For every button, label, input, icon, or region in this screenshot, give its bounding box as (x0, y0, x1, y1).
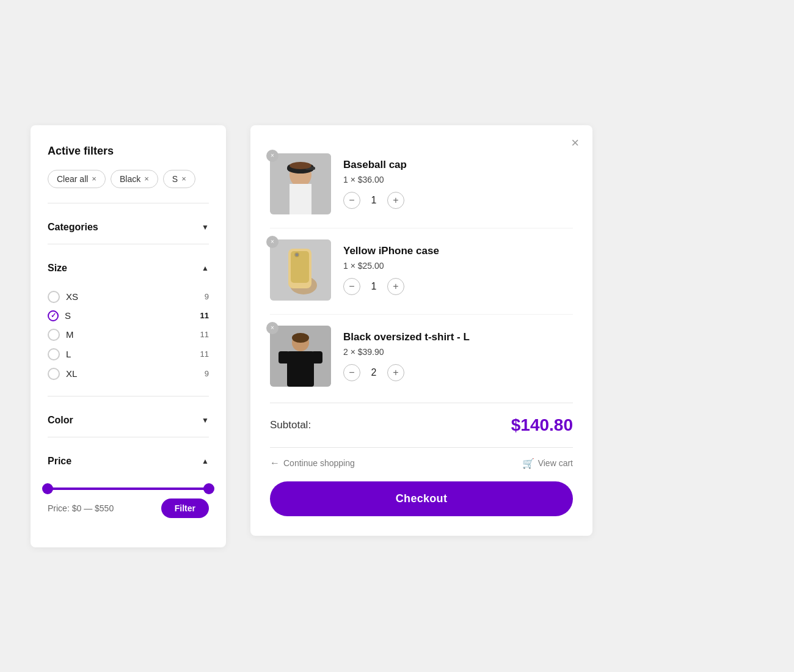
item-details-2: Yellow iPhone case 1 × $25.00 − 1 + (343, 239, 573, 301)
size-count-xl: 9 (205, 369, 209, 378)
view-cart-button[interactable]: 🛒 View cart (522, 458, 573, 469)
qty-increase-1[interactable]: + (387, 192, 404, 209)
clear-all-label: Clear all (57, 174, 88, 184)
size-section-header[interactable]: Size ▲ (48, 254, 209, 282)
color-title: Color (48, 415, 73, 426)
divider-3 (48, 396, 209, 396)
divider-2 (48, 244, 209, 244)
item-price-1: 1 × $36.00 (343, 175, 573, 184)
item-remove-2[interactable]: × (266, 236, 279, 248)
radio-l[interactable] (48, 348, 60, 360)
view-cart-label: View cart (538, 458, 573, 468)
svg-rect-17 (311, 351, 322, 363)
price-section: Price: $0 — $550 Filter (48, 488, 209, 528)
size-option-l: L 11 (48, 345, 209, 364)
clear-all-tag[interactable]: Clear all × (48, 170, 106, 188)
size-count-l: 11 (200, 349, 209, 359)
page-wrapper: Active filters Clear all × Black × S × C… (31, 125, 763, 547)
size-label-xs: XS (66, 291, 78, 302)
item-name-2: Yellow iPhone case (343, 245, 573, 257)
svg-rect-10 (291, 251, 309, 283)
item-price-2: 1 × $25.00 (343, 261, 573, 271)
size-label-s: S (65, 310, 71, 321)
cart-items-divider (270, 403, 573, 403)
filter-panel: Active filters Clear all × Black × S × C… (31, 125, 226, 547)
qty-value-1: 1 (369, 195, 379, 206)
qty-decrease-1[interactable]: − (343, 192, 360, 209)
qty-decrease-2[interactable]: − (343, 278, 360, 295)
qty-control-1: − 1 + (343, 192, 573, 209)
size-label-m: M (66, 329, 74, 340)
categories-section-header[interactable]: Categories ▼ (48, 213, 209, 241)
qty-control-3: − 2 + (343, 364, 573, 381)
price-title: Price (48, 456, 71, 467)
cart-item-baseball-cap: × Baseba (270, 142, 573, 225)
iphone-case-image (270, 239, 331, 301)
item-remove-3[interactable]: × (266, 322, 279, 334)
price-range-label: Price: $0 — $550 (48, 503, 114, 513)
check-mark-s: ✓ (51, 312, 56, 320)
price-slider-thumb-left[interactable] (42, 483, 53, 494)
qty-control-2: − 1 + (343, 278, 573, 295)
radio-xs[interactable] (48, 291, 60, 303)
color-section-header[interactable]: Color ▼ (48, 406, 209, 434)
size-label-xl: XL (66, 368, 77, 379)
size-s-label: S (172, 174, 178, 184)
cart-actions-divider (270, 447, 573, 448)
item-img-wrap-1: × (270, 153, 331, 214)
svg-rect-16 (279, 351, 290, 363)
price-slider-thumb-right[interactable] (203, 483, 214, 494)
qty-increase-2[interactable]: + (387, 278, 404, 295)
color-arrow-icon: ▼ (202, 416, 209, 425)
size-arrow-icon: ▲ (202, 264, 209, 272)
price-section-header[interactable]: Price ▲ (48, 447, 209, 475)
continue-shopping-label: Continue shopping (283, 458, 355, 468)
active-filters-title: Active filters (48, 145, 209, 158)
baseball-cap-image (270, 153, 331, 214)
tshirt-image (270, 326, 331, 387)
qty-increase-3[interactable]: + (387, 364, 404, 381)
categories-arrow-icon: ▼ (202, 223, 209, 232)
size-s-remove-icon: × (181, 174, 186, 183)
size-count-xs: 9 (205, 292, 209, 301)
item-name-3: Black oversized t-shirt - L (343, 331, 573, 343)
divider-4 (48, 437, 209, 437)
item-details-3: Black oversized t-shirt - L 2 × $39.90 −… (343, 326, 573, 387)
size-option-s: ✓ S 11 (48, 307, 209, 325)
continue-shopping-button[interactable]: ← Continue shopping (270, 458, 355, 469)
qty-decrease-3[interactable]: − (343, 364, 360, 381)
categories-title: Categories (48, 222, 98, 233)
item-name-1: Baseball cap (343, 159, 573, 171)
black-tag[interactable]: Black × (111, 170, 158, 188)
svg-rect-2 (290, 184, 311, 214)
active-filters-list: Clear all × Black × S × (48, 170, 209, 188)
size-label-l: L (66, 349, 71, 359)
item-details-1: Baseball cap 1 × $36.00 − 1 + (343, 153, 573, 214)
cart-item-iphone-case: × Yellow iPhone case (270, 228, 573, 312)
radio-xl[interactable] (48, 368, 60, 380)
item-remove-1[interactable]: × (266, 150, 279, 162)
radio-s[interactable]: ✓ (48, 310, 59, 321)
black-label: Black (120, 174, 140, 184)
subtotal-label: Subtotal: (270, 419, 311, 431)
subtotal-row: Subtotal: $140.80 (270, 415, 573, 435)
divider-1 (48, 203, 209, 203)
svg-point-12 (296, 253, 299, 256)
radio-m[interactable] (48, 329, 60, 341)
subtotal-amount: $140.80 (511, 415, 573, 435)
cart-links: ← Continue shopping 🛒 View cart (270, 458, 573, 469)
size-count-s: 11 (200, 311, 209, 320)
filter-button[interactable]: Filter (161, 499, 209, 518)
cart-item-tshirt: × Black (270, 314, 573, 398)
size-option-xl: XL 9 (48, 364, 209, 384)
svg-rect-15 (287, 351, 314, 387)
price-slider-track[interactable] (48, 488, 209, 490)
checkout-button[interactable]: Checkout (270, 481, 573, 516)
clear-all-icon: × (92, 174, 97, 183)
black-remove-icon: × (144, 174, 149, 183)
arrow-left-icon: ← (270, 458, 280, 469)
size-title: Size (48, 263, 67, 274)
qty-value-3: 2 (369, 367, 379, 378)
price-arrow-icon: ▲ (202, 457, 209, 466)
size-s-tag[interactable]: S × (163, 170, 195, 188)
